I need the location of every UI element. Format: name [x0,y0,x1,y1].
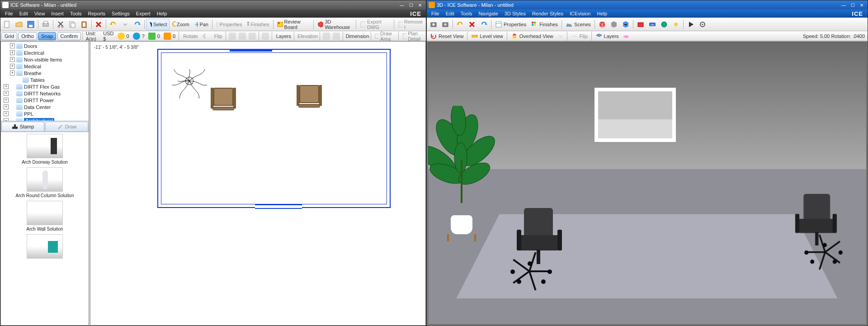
plant-object[interactable] [170,61,209,100]
menu-tools[interactable]: Tools [458,10,475,17]
minimize-button[interactable]: ― [840,2,848,8]
menu-help[interactable]: Help [154,10,170,17]
menu-3dstyles[interactable]: 3D Styles [502,10,528,17]
tree-item[interactable]: +Data Center [2,104,88,110]
copy-button[interactable] [66,19,78,30]
finishes-3d-button[interactable]: Finishes [528,19,560,30]
rotate-left-icon[interactable] [199,31,209,41]
stamp-item[interactable] [3,234,87,259]
grid-toggle[interactable]: Grid [1,32,17,40]
undo-3d-button[interactable] [454,19,466,30]
new-button[interactable] [1,19,13,30]
viewport-3d[interactable] [428,42,867,325]
properties-3d-button[interactable]: Properties [493,19,528,30]
tree-item[interactable]: +PPL [2,110,88,117]
tree-item[interactable]: +DIRTT Flex Gas [2,83,88,90]
pot-count[interactable]: 0 [146,33,162,40]
menu-icevision[interactable]: ICEvision [567,10,593,17]
level-view-button[interactable]: Level view [469,31,505,41]
overhead-view-button[interactable]: Overhead View [509,31,556,41]
tab-draw[interactable]: Draw [45,122,88,131]
paste-button[interactable] [78,19,90,30]
record-icon[interactable] [635,19,646,30]
open-button[interactable] [13,19,25,30]
play-icon[interactable] [685,19,697,30]
print-button[interactable] [40,19,52,30]
camera-snap-icon[interactable] [428,19,439,30]
properties-button[interactable]: Properties [214,19,245,30]
delete-button[interactable] [93,19,104,30]
tree-item[interactable]: +Electrical [2,49,88,56]
menu-file[interactable]: File [2,10,16,17]
cube-shaded-icon[interactable] [608,19,620,30]
maximize-button[interactable]: ☐ [407,2,415,8]
distribute-icon[interactable] [260,31,270,41]
align-right-icon[interactable] [247,31,257,41]
draw-area-button[interactable]: Draw Area [372,31,396,41]
layers-button[interactable]: Layers [273,31,292,41]
catalog-tree[interactable]: +Doors +Electrical +Non-visible Items +M… [1,42,89,121]
stamp-count[interactable]: 0 [162,33,177,40]
menu-help[interactable]: Help [594,10,610,17]
tree-item-selected[interactable]: −Architectural [2,117,88,121]
close-button[interactable]: ✕ [416,2,424,8]
pan-tool[interactable]: Pan [192,19,211,30]
tree-item[interactable]: Tables [2,76,88,83]
menu-edit[interactable]: Edit [443,10,457,17]
align-center-icon[interactable] [237,31,247,41]
tree-item[interactable]: +DIRTT Networks [2,90,88,97]
rotate-button[interactable]: Rotate [180,31,200,41]
undo-dropdown[interactable] [119,19,131,30]
menu-navigate[interactable]: Navigate [476,10,500,17]
menu-settings[interactable]: Settings [109,10,132,17]
menu-view[interactable]: View [32,10,48,17]
cut-button[interactable] [55,19,66,30]
stamp-panel[interactable]: Arch Doorway Solution Arch Round Column … [1,132,89,325]
finishes-button[interactable]: Finishes [244,19,271,30]
cube-rainbow-icon[interactable] [620,19,632,30]
door-bottom[interactable] [255,204,302,209]
titlebar-3d[interactable]: 3D - ICE Software - Milan - untitled ― ☐… [427,0,868,9]
cube-color-icon[interactable] [596,19,608,30]
plan-detail-button[interactable]: Plan Detail [400,31,425,41]
save-button[interactable] [25,19,37,30]
canvas-2d[interactable]: -11' - 5 1/8", 4' - 5 3/8" [90,41,426,326]
cloud-icon[interactable] [621,31,631,41]
chair-3d[interactable] [516,208,575,285]
tree-item[interactable]: +Breathe [2,70,88,76]
delete-3d-button[interactable] [466,19,478,30]
quote-count[interactable]: 0 [116,33,131,40]
plant-3d[interactable] [433,108,496,234]
ortho-toggle[interactable]: Ortho [18,32,37,40]
minimize-button[interactable]: ― [398,2,406,8]
flip-3d-button[interactable]: Flip [569,31,590,41]
menu-reports[interactable]: Reports [85,10,108,17]
door-top[interactable] [230,49,272,52]
chair-object[interactable] [211,85,236,110]
help-badge[interactable]: ? [131,33,146,40]
export-dwg-button[interactable]: Export DWG [358,19,392,30]
redo-button[interactable] [131,19,143,30]
undo-button[interactable] [108,19,119,30]
vr-icon[interactable]: VR [646,19,658,30]
stamp-item[interactable]: Arch Round Column Solution [3,167,87,198]
menu-insert[interactable]: Insert [48,10,66,17]
menu-tools[interactable]: Tools [67,10,85,17]
menu-edit[interactable]: Edit [17,10,31,17]
snap-toggle[interactable]: Snap [38,32,56,40]
remove-button[interactable]: Remove I [396,19,425,30]
tree-item[interactable]: +Non-visible Items [2,56,88,63]
review-board-button[interactable]: Review Board [274,19,312,30]
elevation-button[interactable]: Elevation [296,31,319,41]
layers-3d-button[interactable]: Layers [593,31,621,41]
select-tool[interactable]: Select [146,19,169,30]
tree-item[interactable]: +Doors [2,43,88,49]
tab-stamp[interactable]: Stamp [1,122,44,131]
dimension-button[interactable]: Dimension [344,31,369,41]
confirm-toggle[interactable]: Confirm [57,32,81,40]
reset-view-button[interactable]: Reset View [428,31,466,41]
perp-icon[interactable] [331,31,341,41]
3d-warehouse-button[interactable]: 3D Warehouse [315,19,354,30]
tree-item[interactable]: +DIRTT Power [2,97,88,104]
tree-item[interactable]: +Medical [2,63,88,70]
